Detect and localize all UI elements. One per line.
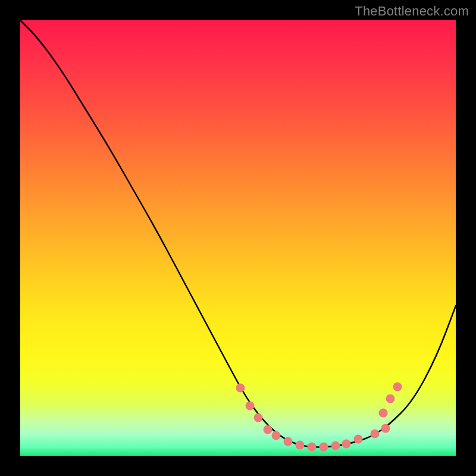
watermark-text: TheBottleneck.com (355, 4, 469, 19)
marker-dot (379, 409, 388, 418)
marker-dot (284, 437, 293, 446)
marker-dot (386, 394, 395, 403)
marker-dot (264, 425, 273, 434)
bottleneck-curve (20, 20, 456, 447)
marker-dot (331, 441, 340, 450)
marker-dot (308, 443, 317, 452)
marker-dot (296, 441, 305, 450)
chart-frame: TheBottleneck.com (0, 0, 476, 476)
marker-dot (342, 440, 351, 449)
marker-dot (393, 383, 402, 392)
marker-dot (354, 435, 363, 444)
plot-area (20, 20, 456, 456)
curve-svg (20, 20, 456, 456)
marker-dot (381, 424, 390, 433)
marker-dots (236, 383, 402, 452)
marker-dot (272, 431, 281, 440)
marker-dot (246, 402, 255, 411)
marker-dot (320, 443, 328, 452)
marker-dot (254, 414, 263, 422)
marker-dot (371, 430, 380, 439)
marker-dot (236, 384, 245, 393)
